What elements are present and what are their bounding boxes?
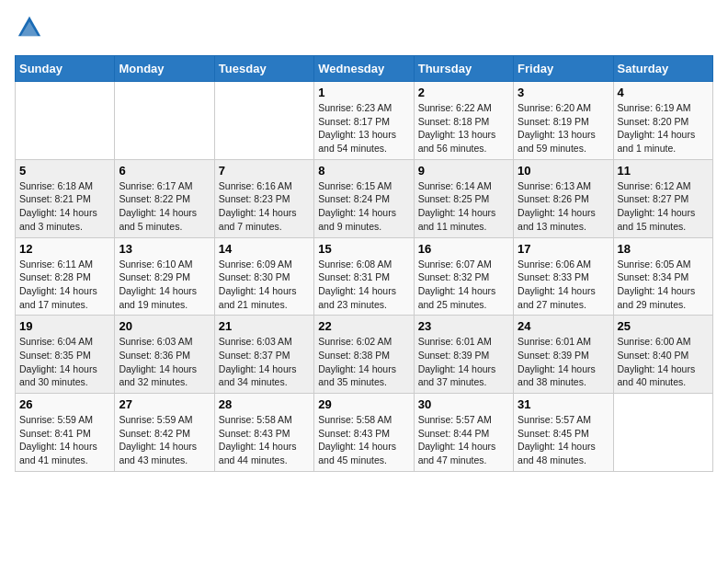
cell-info: Sunrise: 6:22 AM Sunset: 8:18 PM Dayligh…	[418, 101, 509, 155]
weekday-header-row: SundayMondayTuesdayWednesdayThursdayFrid…	[16, 56, 713, 82]
day-number: 8	[318, 164, 409, 178]
cell-info: Sunrise: 6:01 AM Sunset: 8:39 PM Dayligh…	[418, 335, 509, 389]
cell-info: Sunrise: 6:12 AM Sunset: 8:27 PM Dayligh…	[618, 179, 709, 234]
calendar-cell: 19Sunrise: 6:04 AM Sunset: 8:35 PM Dayli…	[16, 316, 115, 394]
calendar-cell: 14Sunrise: 6:09 AM Sunset: 8:30 PM Dayli…	[214, 237, 313, 316]
cell-info: Sunrise: 6:11 AM Sunset: 8:28 PM Dayligh…	[19, 258, 110, 312]
day-number: 27	[119, 397, 210, 411]
cell-info: Sunrise: 6:00 AM Sunset: 8:40 PM Dayligh…	[618, 335, 709, 389]
calendar-cell: 20Sunrise: 6:03 AM Sunset: 8:36 PM Dayli…	[115, 316, 214, 394]
weekday-header-cell: Tuesday	[214, 56, 313, 82]
calendar-cell: 27Sunrise: 5:59 AM Sunset: 8:42 PM Dayli…	[115, 394, 214, 472]
calendar-cell: 24Sunrise: 6:01 AM Sunset: 8:39 PM Dayli…	[514, 316, 613, 394]
day-number: 20	[119, 319, 210, 333]
day-number: 9	[418, 164, 509, 178]
calendar-cell: 7Sunrise: 6:16 AM Sunset: 8:23 PM Daylig…	[214, 159, 313, 237]
cell-info: Sunrise: 6:07 AM Sunset: 8:32 PM Dayligh…	[418, 258, 509, 312]
weekday-header-cell: Wednesday	[314, 56, 414, 82]
calendar-cell: 25Sunrise: 6:00 AM Sunset: 8:40 PM Dayli…	[613, 316, 712, 394]
cell-info: Sunrise: 6:01 AM Sunset: 8:39 PM Dayligh…	[518, 335, 609, 389]
calendar-cell: 29Sunrise: 5:58 AM Sunset: 8:43 PM Dayli…	[314, 394, 414, 472]
calendar-cell: 31Sunrise: 5:57 AM Sunset: 8:45 PM Dayli…	[514, 394, 613, 472]
day-number: 21	[219, 319, 310, 333]
day-number: 1	[318, 86, 409, 99]
day-number: 3	[518, 86, 609, 99]
cell-info: Sunrise: 6:03 AM Sunset: 8:37 PM Dayligh…	[219, 335, 310, 389]
day-number: 12	[19, 242, 110, 256]
calendar-cell: 16Sunrise: 6:07 AM Sunset: 8:32 PM Dayli…	[414, 237, 513, 316]
cell-info: Sunrise: 6:17 AM Sunset: 8:22 PM Dayligh…	[119, 179, 210, 234]
calendar-cell: 8Sunrise: 6:15 AM Sunset: 8:24 PM Daylig…	[314, 159, 414, 237]
calendar-cell	[16, 82, 115, 160]
day-number: 16	[418, 242, 509, 256]
weekday-header-cell: Thursday	[414, 56, 513, 82]
weekday-header-cell: Friday	[514, 56, 613, 82]
day-number: 18	[618, 242, 709, 256]
cell-info: Sunrise: 6:14 AM Sunset: 8:25 PM Dayligh…	[418, 179, 509, 234]
calendar-cell: 15Sunrise: 6:08 AM Sunset: 8:31 PM Dayli…	[314, 237, 414, 316]
cell-info: Sunrise: 6:23 AM Sunset: 8:17 PM Dayligh…	[318, 101, 409, 155]
day-number: 28	[219, 397, 310, 411]
day-number: 5	[19, 164, 110, 178]
calendar-cell: 2Sunrise: 6:22 AM Sunset: 8:18 PM Daylig…	[414, 82, 513, 160]
day-number: 25	[618, 319, 709, 333]
weekday-header-cell: Monday	[115, 56, 214, 82]
calendar-cell: 6Sunrise: 6:17 AM Sunset: 8:22 PM Daylig…	[115, 159, 214, 237]
day-number: 14	[219, 242, 310, 256]
calendar-cell: 9Sunrise: 6:14 AM Sunset: 8:25 PM Daylig…	[414, 159, 513, 237]
day-number: 29	[318, 397, 409, 411]
day-number: 10	[518, 164, 609, 178]
day-number: 7	[219, 164, 310, 178]
calendar-cell: 4Sunrise: 6:19 AM Sunset: 8:20 PM Daylig…	[613, 82, 712, 160]
calendar-week-row: 26Sunrise: 5:59 AM Sunset: 8:41 PM Dayli…	[16, 394, 713, 472]
day-number: 11	[618, 164, 709, 178]
calendar-cell	[613, 394, 712, 472]
cell-info: Sunrise: 5:57 AM Sunset: 8:45 PM Dayligh…	[518, 413, 609, 467]
calendar-cell: 5Sunrise: 6:18 AM Sunset: 8:21 PM Daylig…	[16, 159, 115, 237]
day-number: 30	[418, 397, 509, 411]
calendar-cell: 23Sunrise: 6:01 AM Sunset: 8:39 PM Dayli…	[414, 316, 513, 394]
day-number: 4	[618, 86, 709, 99]
calendar-week-row: 5Sunrise: 6:18 AM Sunset: 8:21 PM Daylig…	[16, 159, 713, 237]
calendar-cell: 11Sunrise: 6:12 AM Sunset: 8:27 PM Dayli…	[613, 159, 712, 237]
logo	[15, 15, 46, 44]
calendar-week-row: 1Sunrise: 6:23 AM Sunset: 8:17 PM Daylig…	[16, 82, 713, 160]
weekday-header-cell: Sunday	[16, 56, 115, 82]
calendar-cell	[115, 82, 214, 160]
calendar-body: 1Sunrise: 6:23 AM Sunset: 8:17 PM Daylig…	[16, 82, 713, 472]
calendar-cell: 28Sunrise: 5:58 AM Sunset: 8:43 PM Dayli…	[214, 394, 313, 472]
weekday-header-cell: Saturday	[613, 56, 712, 82]
cell-info: Sunrise: 6:19 AM Sunset: 8:20 PM Dayligh…	[618, 101, 709, 155]
cell-info: Sunrise: 6:09 AM Sunset: 8:30 PM Dayligh…	[219, 258, 310, 312]
calendar-cell	[214, 82, 313, 160]
calendar-cell: 30Sunrise: 5:57 AM Sunset: 8:44 PM Dayli…	[414, 394, 513, 472]
cell-info: Sunrise: 6:13 AM Sunset: 8:26 PM Dayligh…	[518, 179, 609, 234]
calendar-cell: 21Sunrise: 6:03 AM Sunset: 8:37 PM Dayli…	[214, 316, 313, 394]
calendar-cell: 1Sunrise: 6:23 AM Sunset: 8:17 PM Daylig…	[314, 82, 414, 160]
day-number: 19	[19, 319, 110, 333]
cell-info: Sunrise: 6:04 AM Sunset: 8:35 PM Dayligh…	[19, 335, 110, 389]
cell-info: Sunrise: 6:06 AM Sunset: 8:33 PM Dayligh…	[518, 258, 609, 312]
calendar-week-row: 12Sunrise: 6:11 AM Sunset: 8:28 PM Dayli…	[16, 237, 713, 316]
day-number: 13	[119, 242, 210, 256]
calendar-cell: 3Sunrise: 6:20 AM Sunset: 8:19 PM Daylig…	[514, 82, 613, 160]
cell-info: Sunrise: 5:59 AM Sunset: 8:42 PM Dayligh…	[119, 413, 210, 467]
calendar-week-row: 19Sunrise: 6:04 AM Sunset: 8:35 PM Dayli…	[16, 316, 713, 394]
cell-info: Sunrise: 6:16 AM Sunset: 8:23 PM Dayligh…	[219, 179, 310, 234]
day-number: 2	[418, 86, 509, 99]
cell-info: Sunrise: 6:08 AM Sunset: 8:31 PM Dayligh…	[318, 258, 409, 312]
day-number: 23	[418, 319, 509, 333]
calendar-cell: 10Sunrise: 6:13 AM Sunset: 8:26 PM Dayli…	[514, 159, 613, 237]
page-header	[15, 15, 713, 44]
cell-info: Sunrise: 5:58 AM Sunset: 8:43 PM Dayligh…	[318, 413, 409, 467]
cell-info: Sunrise: 6:02 AM Sunset: 8:38 PM Dayligh…	[318, 335, 409, 389]
day-number: 15	[318, 242, 409, 256]
calendar-cell: 18Sunrise: 6:05 AM Sunset: 8:34 PM Dayli…	[613, 237, 712, 316]
cell-info: Sunrise: 6:18 AM Sunset: 8:21 PM Dayligh…	[19, 179, 110, 234]
calendar-cell: 13Sunrise: 6:10 AM Sunset: 8:29 PM Dayli…	[115, 237, 214, 316]
cell-info: Sunrise: 5:57 AM Sunset: 8:44 PM Dayligh…	[418, 413, 509, 467]
day-number: 26	[19, 397, 110, 411]
cell-info: Sunrise: 6:10 AM Sunset: 8:29 PM Dayligh…	[119, 258, 210, 312]
cell-info: Sunrise: 6:15 AM Sunset: 8:24 PM Dayligh…	[318, 179, 409, 234]
day-number: 6	[119, 164, 210, 178]
